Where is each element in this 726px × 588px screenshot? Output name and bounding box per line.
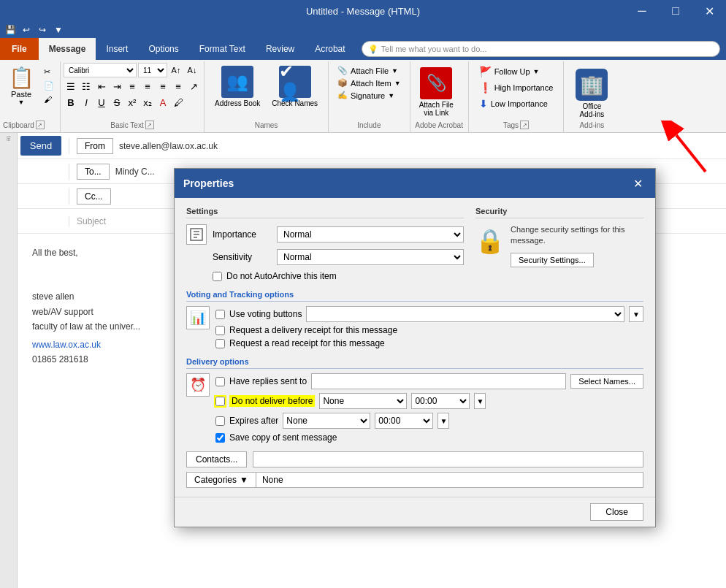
underline-button[interactable]: U [94, 95, 109, 110]
categories-button[interactable]: Categories ▼ [186, 472, 256, 488]
indent-dec-button[interactable]: ⇤ [94, 79, 109, 93]
send-button[interactable]: Send [18, 133, 69, 159]
follow-up-button[interactable]: 🚩 Follow Up ▼ [475, 64, 558, 79]
delivery-receipt-label: Request a delivery receipt for this mess… [229, 325, 397, 335]
expires-checkbox[interactable] [215, 416, 225, 426]
qat-undo[interactable]: ↩ [19, 23, 34, 37]
from-button[interactable]: From [77, 138, 113, 154]
select-names-button[interactable]: Select Names... [570, 374, 643, 389]
low-importance-button[interactable]: ⬇ Low Importance [475, 96, 558, 111]
minimize-button[interactable]: ─ [625, 0, 659, 22]
tags-label: Tags [503, 121, 519, 129]
do-not-deliver-checkbox[interactable] [215, 397, 225, 406]
strikethrough-button[interactable]: S [110, 95, 124, 110]
attach-file-button[interactable]: 📎 Attach File ▼ [333, 64, 405, 77]
expires-date-select[interactable]: None [283, 413, 370, 429]
align-center-button[interactable]: ≡ [140, 79, 155, 93]
tab-message[interactable]: Message [39, 38, 96, 60]
delivery-receipt-checkbox[interactable] [215, 326, 225, 335]
font-family-select[interactable]: Calibri [64, 63, 137, 77]
clipboard-dialog-launcher[interactable]: ↗ [36, 121, 45, 129]
copy-button[interactable]: 📄 [41, 80, 57, 92]
basic-text-dialog-launcher[interactable]: ↗ [145, 121, 154, 129]
window-title: Untitled - Message (HTML) [0, 6, 726, 17]
indent-inc-button[interactable]: ⇥ [110, 79, 124, 93]
more-text-button[interactable]: ↗ [186, 79, 201, 93]
expires-time-arrow[interactable]: ▼ [437, 413, 449, 429]
sig-website[interactable]: www.law.ox.ac.uk [32, 340, 101, 350]
tags-dialog-launcher[interactable]: ↗ [520, 121, 529, 129]
categories-input[interactable] [256, 472, 643, 488]
list-ol-button[interactable]: ☷ [79, 79, 93, 93]
maximize-button[interactable]: □ [659, 0, 692, 22]
superscript-button[interactable]: x² [125, 95, 140, 110]
voting-dropdown[interactable] [306, 306, 624, 322]
have-replies-checkbox[interactable] [215, 377, 225, 386]
qat-save[interactable]: 💾 [3, 23, 18, 37]
security-section-label: Security [475, 207, 643, 218]
contacts-button[interactable]: Contacts... [186, 451, 247, 467]
names-label: Names [210, 121, 322, 131]
tab-format[interactable]: Format Text [189, 38, 256, 60]
properties-modal: Properties ✕ Settings Importance Low Nor… [174, 168, 656, 527]
save-copy-checkbox[interactable] [215, 433, 225, 443]
font-grow-button[interactable]: A↑ [169, 63, 183, 77]
format-painter-icon: 🖌 [44, 95, 52, 104]
modal-close-button[interactable]: ✕ [629, 175, 646, 192]
signature-button[interactable]: ✍ Signature ▼ [333, 89, 405, 102]
contacts-input[interactable] [253, 451, 643, 467]
subscript-button[interactable]: x₂ [140, 95, 155, 110]
qat-redo[interactable]: ↪ [35, 23, 50, 37]
paste-icon: 📋 [9, 66, 34, 90]
do-not-deliver-time-arrow[interactable]: ▼ [474, 393, 486, 409]
include-label: Include [333, 121, 405, 131]
modal-close-btn[interactable]: Close [590, 503, 643, 521]
italic-button[interactable]: I [79, 95, 93, 110]
address-book-button[interactable]: 👥 Address Book [210, 64, 264, 109]
read-receipt-checkbox[interactable] [215, 339, 225, 348]
voting-buttons-label: Use voting buttons [229, 309, 302, 319]
attach-via-link-button[interactable]: 📎 Attach Filevia Link [415, 66, 458, 118]
expires-time-select[interactable]: 00:00 [375, 413, 433, 429]
check-names-button[interactable]: ✔👤 Check Names [267, 64, 322, 109]
tab-acrobat[interactable]: Acrobat [305, 38, 355, 60]
cut-button[interactable]: ✂ [41, 66, 57, 78]
tab-review[interactable]: Review [256, 38, 305, 60]
qat-more[interactable]: ▼ [51, 23, 66, 37]
voting-buttons-checkbox[interactable] [215, 310, 225, 319]
to-button[interactable]: To... [77, 164, 110, 180]
cc-button[interactable]: Cc... [77, 188, 111, 205]
font-color-button[interactable]: A [156, 95, 170, 110]
align-right-button[interactable]: ≡ [156, 79, 170, 93]
tab-insert[interactable]: Insert [96, 38, 138, 60]
format-painter-button[interactable]: 🖌 [41, 93, 57, 105]
sensitivity-select[interactable]: Normal Personal Private Confidential [277, 249, 464, 265]
list-ul-button[interactable]: ☰ [64, 79, 78, 93]
importance-select[interactable]: Low Normal High [277, 226, 464, 243]
align-left-button[interactable]: ≡ [125, 79, 140, 93]
bold-button[interactable]: B [64, 95, 78, 110]
tab-file[interactable]: File [0, 38, 39, 60]
categories-dropdown-icon: ▼ [240, 475, 248, 485]
paste-button[interactable]: 📋 Paste ▼ [3, 63, 39, 109]
clipboard-label: Clipboard [3, 121, 34, 129]
do-not-deliver-date-select[interactable]: None [319, 393, 407, 409]
search-input[interactable]: Tell me what you want to do... [381, 45, 487, 53]
autoarchive-checkbox[interactable] [213, 272, 222, 281]
attach-item-button[interactable]: 📦 Attach Item ▼ [333, 77, 405, 89]
replies-input[interactable] [311, 373, 566, 389]
high-importance-button[interactable]: ❗ High Importance [475, 80, 558, 95]
expires-label: Expires after [229, 416, 278, 426]
font-shrink-button[interactable]: A↓ [185, 63, 199, 77]
security-settings-button[interactable]: Security Settings... [511, 253, 594, 267]
window-close-button[interactable]: ✕ [692, 0, 726, 22]
highlight-button[interactable]: 🖊 [171, 95, 186, 110]
voting-dropdown-arrow[interactable]: ▼ [629, 306, 643, 322]
font-size-select[interactable]: 11 [138, 63, 167, 77]
attach-file-icon: 📎 [337, 66, 348, 75]
align-justify-button[interactable]: ≡ [171, 79, 186, 93]
tab-options[interactable]: Options [138, 38, 188, 60]
office-addins-button[interactable]: 🏢 OfficeAdd-ins [570, 66, 614, 121]
addins-label: Add-ins [570, 121, 614, 131]
do-not-deliver-time-select[interactable]: 00:00 [411, 393, 470, 409]
